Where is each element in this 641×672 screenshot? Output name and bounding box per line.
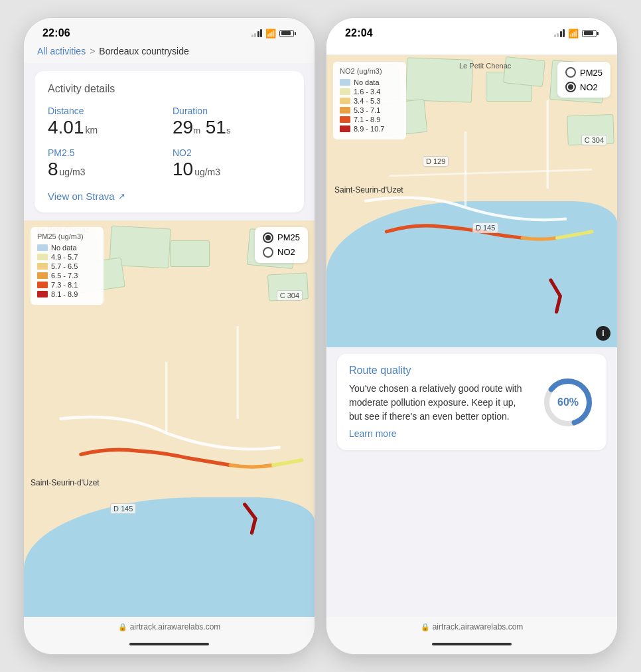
right-status-icons: 📶	[554, 29, 599, 39]
route-quality-title: Route quality	[349, 365, 531, 377]
left-map-legend: PM25 (ug/m3) No data 4.9 - 5.7 5.7 - 6.5…	[31, 227, 104, 305]
distance-value: 4.01km	[48, 118, 166, 138]
right-status-bar: 22:04 📶	[326, 18, 617, 43]
left-time: 22:06	[42, 27, 70, 39]
route-quality-card: Route quality You've chosen a relatively…	[337, 354, 606, 450]
distance-label: Distance	[48, 106, 166, 116]
top-scroll-area	[326, 43, 617, 55]
route-quality-donut: 60%	[541, 376, 595, 429]
breadcrumb-separator: >	[90, 46, 95, 56]
url-text-left: airtrack.airawarelabs.com	[130, 622, 221, 631]
left-status-icons: 📶	[251, 29, 297, 39]
info-button[interactable]: i	[596, 326, 610, 341]
home-indicator-right	[326, 634, 617, 654]
right-time: 22:04	[345, 27, 373, 39]
duration-value: 29m 51s	[173, 118, 291, 138]
url-bar-right: 🔒 airtrack.airawarelabs.com	[326, 617, 617, 634]
right-d145-label: D 145	[472, 222, 498, 233]
url-text-right: airtrack.airawarelabs.com	[433, 622, 524, 631]
breadcrumb-current: Bordeaux countryside	[99, 46, 188, 56]
donut-percentage: 60%	[557, 396, 579, 408]
right-phone: 22:04 📶	[326, 17, 618, 655]
learn-more-link[interactable]: Learn more	[349, 428, 397, 439]
pm25-value: 8ug/m3	[48, 159, 166, 180]
c304-label: C 304	[277, 290, 303, 301]
activity-card: Activity details Distance 4.01km Duratio…	[35, 71, 304, 212]
right-city-label: Saint-Seurin-d'Uzet	[334, 185, 403, 195]
right-c304-label: C 304	[581, 135, 607, 145]
no2-radio[interactable]: NO2	[263, 247, 300, 258]
battery-icon	[279, 30, 296, 37]
right-battery-icon	[582, 30, 599, 37]
right-no2-radio[interactable]: NO2	[565, 82, 603, 92]
distance-stat: Distance 4.01km	[48, 106, 166, 138]
pm25-label: PM2.5	[48, 147, 166, 158]
pm25-stat: PM2.5 8ug/m3	[48, 147, 166, 180]
strava-link[interactable]: View on Strava ↗	[48, 191, 291, 202]
home-indicator-left	[24, 634, 315, 654]
left-status-bar: 22:06 📶	[24, 18, 315, 43]
left-phone: 22:06 📶 All activities > Bordeaux countr…	[23, 17, 315, 655]
right-pm25-radio[interactable]: PM25	[565, 67, 603, 78]
city-label: Saint-Seurin-d'Uzet	[31, 478, 100, 487]
pm25-radio[interactable]: PM25	[263, 232, 300, 243]
external-link-icon: ↗	[118, 191, 125, 201]
wifi-icon: 📶	[265, 29, 276, 39]
no2-stat: NO2 10ug/m3	[173, 147, 291, 180]
route-quality-text: Route quality You've chosen a relatively…	[349, 365, 541, 440]
no2-label: NO2	[173, 147, 291, 158]
content-spacer	[326, 460, 617, 617]
activity-title: Activity details	[48, 83, 291, 95]
home-bar-right	[432, 643, 512, 645]
no2-value: 10ug/m3	[173, 159, 291, 180]
duration-label: Duration	[173, 106, 291, 116]
d145-label: D 145	[110, 503, 136, 514]
lock-icon: 🔒	[118, 623, 127, 631]
duration-stat: Duration 29m 51s	[173, 106, 291, 138]
right-radio-group: PM25 NO2	[557, 62, 610, 98]
route-quality-description: You've chosen a relatively good route wi…	[349, 382, 531, 424]
right-lock-icon: 🔒	[421, 623, 430, 631]
left-radio-group: PM25 NO2	[255, 227, 308, 263]
breadcrumb: All activities > Bordeaux countryside	[24, 43, 315, 63]
right-area-label: Le Petit Chenac	[459, 62, 511, 70]
right-map: D 145 C 304 D 129 Saint-Seurin-d'Uzet Le…	[326, 55, 617, 347]
signal-icon	[251, 29, 263, 37]
right-wifi-icon: 📶	[568, 29, 579, 39]
right-map-legend: NO2 (ug/m3) No data 1.6 - 3.4 3.4 - 5.3 …	[333, 62, 406, 139]
right-d129-label: D 129	[423, 156, 449, 167]
left-map: D 145 C 304 Saint-Seurin-d'Uzet Le Petit…	[24, 220, 315, 617]
url-bar-left: 🔒 airtrack.airawarelabs.com	[24, 617, 315, 634]
stats-grid: Distance 4.01km Duration 29m 51s PM2.5	[48, 106, 291, 180]
right-signal-icon	[554, 29, 565, 37]
breadcrumb-link[interactable]: All activities	[37, 46, 86, 56]
home-bar-left	[129, 643, 209, 645]
